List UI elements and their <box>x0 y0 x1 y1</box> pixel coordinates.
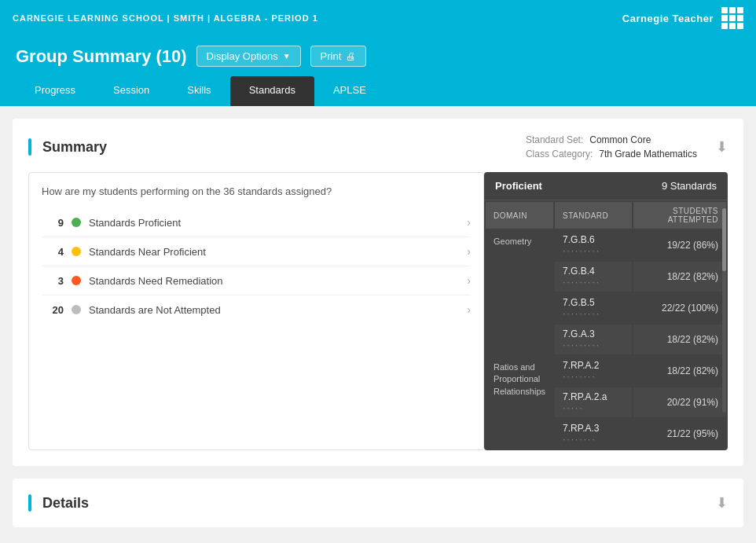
tab-skills[interactable]: Skills <box>168 76 229 106</box>
standard-set-info: Standard Set: Common Core Class Category… <box>526 134 697 160</box>
legend: Proficient Near Proficient Remediation S… <box>13 540 743 543</box>
tab-progress[interactable]: Progress <box>16 76 94 106</box>
popup-standards-count: 9 Standards <box>662 180 717 192</box>
teacher-name: Carnegie Teacher <box>622 13 714 24</box>
summary-card: Summary Standard Set: Common Core Class … <box>13 119 743 466</box>
standards-question: How are my students performing on the 36… <box>42 185 471 197</box>
standard-row-remediation[interactable]: 3 Standards Need Remediation › <box>42 266 471 295</box>
tab-session[interactable]: Session <box>94 76 168 106</box>
popup-table: Domain Standard Students Attempted Geome… <box>484 200 728 450</box>
chevron-right-icon: › <box>467 274 471 287</box>
students-attempted: 21/22 (95%) <box>633 419 726 449</box>
domain-ratios: Ratios andProportionalRelationships <box>486 356 553 449</box>
app-grid-icon[interactable] <box>721 7 743 29</box>
students-attempted: 18/22 (82%) <box>633 262 726 292</box>
standard-row-proficient[interactable]: 9 Standards Proficient › <box>42 208 471 237</box>
students-attempted: 19/22 (86%) <box>633 230 726 260</box>
popup-title: Proficient <box>495 180 542 192</box>
chevron-right-icon: › <box>467 303 471 316</box>
page-title: Group Summary (10) <box>16 46 187 67</box>
details-section-title: Details <box>28 494 89 512</box>
top-nav-right: Carnegie Teacher <box>622 7 743 29</box>
summary-section-title: Summary <box>28 138 107 156</box>
standard-code: 7.G.B.4 ········· <box>555 262 632 292</box>
students-attempted: 18/22 (82%) <box>633 356 726 386</box>
chevron-right-icon: › <box>467 216 471 229</box>
students-attempted: 22/22 (100%) <box>633 293 726 323</box>
col-domain: Domain <box>486 202 553 229</box>
proficient-popup-panel: Proficient 9 Standards Domain Standard S… <box>484 172 728 450</box>
standard-code: 7.RP.A.2.a ····· <box>555 387 632 417</box>
top-navigation: CARNEGIE LEARNING SCHOOL | SMITH | ALGEB… <box>0 0 756 36</box>
main-content: Summary Standard Set: Common Core Class … <box>0 106 756 543</box>
dot-green-icon <box>72 218 81 227</box>
dot-gray-icon <box>72 305 81 314</box>
breadcrumb: CARNEGIE LEARNING SCHOOL | SMITH | ALGEB… <box>13 13 318 23</box>
dot-yellow-icon <box>72 247 81 256</box>
standard-code: 7.G.A.3 ········· <box>555 325 632 354</box>
summary-card-header: Summary Standard Set: Common Core Class … <box>28 134 728 160</box>
tab-standards[interactable]: Standards <box>230 76 314 106</box>
display-options-button[interactable]: Display Options ▼ <box>196 46 301 67</box>
col-students: Students Attempted <box>633 202 726 229</box>
standard-code: 7.RP.A.2 ········ <box>555 356 632 386</box>
page-header: Group Summary (10) Display Options ▼ Pri… <box>0 36 756 106</box>
students-attempted: 20/22 (91%) <box>633 387 726 417</box>
details-download-icon[interactable]: ⬇ <box>716 494 728 512</box>
col-standard: Standard <box>555 202 632 229</box>
dot-orange-icon <box>72 276 81 285</box>
details-card: Details ⬇ <box>13 479 743 527</box>
tab-aplse[interactable]: APLSE <box>314 76 385 106</box>
standard-code: 7.RP.A.3 ········ <box>555 419 632 449</box>
download-icon[interactable]: ⬇ <box>716 138 728 156</box>
print-icon: 🖨 <box>346 50 356 62</box>
standard-code: 7.G.B.6 ········· <box>555 230 632 260</box>
chevron-down-icon: ▼ <box>283 52 291 61</box>
page-header-top: Group Summary (10) Display Options ▼ Pri… <box>16 46 740 67</box>
chevron-right-icon: › <box>467 245 471 258</box>
table-row: Ratios andProportionalRelationships 7.RP… <box>486 356 726 386</box>
table-row: Geometry 7.G.B.6 ········· 19/22 (86%) <box>486 230 726 260</box>
standard-row-near-proficient[interactable]: 4 Standards Near Proficient › <box>42 237 471 266</box>
standard-row-not-attempted[interactable]: 20 Standards are Not Attempted › <box>42 295 471 324</box>
standard-code: 7.G.B.5 ········· <box>555 293 632 323</box>
standards-summary-box: How are my students performing on the 36… <box>28 172 484 450</box>
domain-geometry: Geometry <box>486 230 553 354</box>
students-attempted: 18/22 (82%) <box>633 325 726 354</box>
popup-header: Proficient 9 Standards <box>484 172 728 200</box>
details-header: Details ⬇ <box>28 494 728 512</box>
print-button[interactable]: Print 🖨 <box>310 46 367 67</box>
tabs-container: Progress Session Skills Standards APLSE <box>16 76 740 106</box>
